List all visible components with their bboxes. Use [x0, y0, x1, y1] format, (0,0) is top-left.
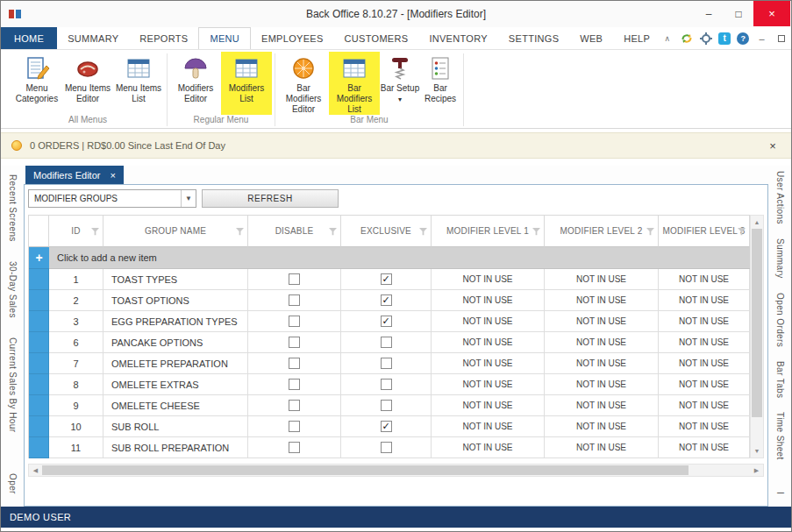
- cell-exclusive[interactable]: [341, 311, 432, 332]
- dock-tab-open-orders[interactable]: Open Orders: [775, 293, 785, 347]
- tab-web[interactable]: WEB: [569, 27, 613, 49]
- cell-modifier-level-2[interactable]: NOT IN USE: [545, 311, 659, 332]
- disable-checkbox[interactable]: [289, 400, 300, 411]
- cell-modifier-level-1[interactable]: NOT IN USE: [432, 353, 545, 374]
- cell-disable[interactable]: [248, 290, 341, 311]
- header-disable[interactable]: DISABLE: [248, 216, 341, 247]
- cell-disable[interactable]: [248, 353, 341, 374]
- mdi-restore-icon[interactable]: [774, 32, 788, 45]
- filter-funnel-icon[interactable]: [236, 228, 244, 236]
- maximize-icon[interactable]: □: [724, 1, 753, 26]
- row-selector[interactable]: [29, 269, 49, 290]
- collapse-ribbon-icon[interactable]: ∧: [660, 32, 674, 45]
- cell-modifier-level-3[interactable]: NOT IN USE: [659, 395, 750, 416]
- tab-reports[interactable]: REPORTS: [129, 27, 198, 49]
- cell-modifier-level-1[interactable]: NOT IN USE: [432, 374, 545, 395]
- filter-funnel-icon[interactable]: [646, 228, 654, 236]
- bar-modifiers-list-button[interactable]: Bar Modifiers List: [329, 52, 380, 115]
- modifiers-editor-button[interactable]: Modifiers Editor: [170, 52, 221, 115]
- menu-categories-button[interactable]: Menu Categories: [11, 52, 62, 115]
- exclusive-checkbox[interactable]: [381, 358, 392, 369]
- row-selector[interactable]: [29, 395, 49, 416]
- cell-exclusive[interactable]: [341, 290, 432, 311]
- vertical-scroll-thumb[interactable]: [752, 229, 762, 417]
- header-modifier-level-1[interactable]: MODIFIER LEVEL 1: [432, 216, 545, 247]
- add-row-plus-icon[interactable]: +: [29, 247, 49, 269]
- row-selector[interactable]: [29, 311, 49, 332]
- cell-modifier-level-1[interactable]: NOT IN USE: [432, 311, 545, 332]
- cell-modifier-level-2[interactable]: NOT IN USE: [545, 374, 659, 395]
- horizontal-scrollbar[interactable]: ◀ ▶: [28, 464, 764, 477]
- cell-group-name[interactable]: SUB ROLL: [103, 416, 248, 437]
- menu-items-editor-button[interactable]: Menu Items Editor: [62, 52, 113, 115]
- row-selector[interactable]: [29, 416, 49, 437]
- cell-modifier-level-1[interactable]: NOT IN USE: [432, 416, 545, 437]
- bar-setup-button[interactable]: Bar Setup ▾: [380, 52, 420, 115]
- cell-exclusive[interactable]: [341, 353, 432, 374]
- dock-tab-recent-screens[interactable]: Recent Screens: [8, 174, 18, 242]
- vertical-scrollbar[interactable]: ▲ ▼: [750, 215, 764, 458]
- cell-modifier-level-1[interactable]: NOT IN USE: [432, 395, 545, 416]
- cell-disable[interactable]: [248, 416, 341, 437]
- dock-tab-user-actions[interactable]: User Actions: [775, 171, 785, 224]
- tab-employees[interactable]: EMPLOYEES: [251, 27, 334, 49]
- dock-tab-time-sheet[interactable]: Time Sheet: [775, 412, 785, 460]
- refresh-button[interactable]: REFRESH: [202, 189, 339, 208]
- row-selector[interactable]: [29, 332, 49, 353]
- dock-tab-current-sales-by-hour[interactable]: Current Sales By Hour: [8, 337, 18, 432]
- cell-modifier-level-2[interactable]: NOT IN USE: [545, 332, 659, 353]
- tab-home[interactable]: HOME: [1, 27, 57, 49]
- disable-checkbox[interactable]: [289, 358, 300, 369]
- disable-checkbox[interactable]: [289, 421, 300, 432]
- scroll-up-icon[interactable]: ▲: [751, 216, 763, 229]
- cell-id[interactable]: 6: [49, 332, 103, 353]
- cell-modifier-level-3[interactable]: NOT IN USE: [659, 290, 750, 311]
- cell-modifier-level-3[interactable]: NOT IN USE: [659, 437, 750, 458]
- table-row[interactable]: 11SUB ROLL PREPARATIONNOT IN USENOT IN U…: [29, 437, 750, 458]
- cell-modifier-level-1[interactable]: NOT IN USE: [432, 290, 545, 311]
- tab-summary[interactable]: SUMMARY: [57, 27, 129, 49]
- exclusive-checkbox[interactable]: [381, 442, 392, 453]
- cell-modifier-level-2[interactable]: NOT IN USE: [545, 290, 659, 311]
- table-row[interactable]: 1TOAST TYPESNOT IN USENOT IN USENOT IN U…: [29, 269, 750, 290]
- row-selector[interactable]: [29, 374, 49, 395]
- dock-tab-summary[interactable]: Summary: [775, 238, 785, 279]
- disable-checkbox[interactable]: [289, 337, 300, 348]
- twitter-icon[interactable]: t: [718, 32, 731, 45]
- cell-group-name[interactable]: OMELETE CHEESE: [103, 395, 248, 416]
- dock-tab-oper[interactable]: Oper: [8, 473, 18, 494]
- exclusive-checkbox[interactable]: [381, 316, 392, 327]
- document-tab-modifiers-editor[interactable]: Modifiers Editor ×: [25, 166, 124, 184]
- exclusive-checkbox[interactable]: [381, 273, 392, 285]
- cell-modifier-level-2[interactable]: NOT IN USE: [545, 353, 659, 374]
- cell-disable[interactable]: [248, 311, 341, 332]
- cell-disable[interactable]: [248, 437, 341, 458]
- exclusive-checkbox[interactable]: [381, 421, 392, 432]
- cell-exclusive[interactable]: [341, 416, 432, 437]
- scroll-left-icon[interactable]: ◀: [29, 465, 42, 476]
- cell-group-name[interactable]: EGG PREPARATION TYPES: [103, 311, 248, 332]
- cell-group-name[interactable]: TOAST TYPES: [103, 269, 248, 290]
- cell-disable[interactable]: [248, 395, 341, 416]
- cell-disable[interactable]: [248, 374, 341, 395]
- header-exclusive[interactable]: EXCLUSIVE: [341, 216, 432, 247]
- menu-items-list-button[interactable]: Menu Items List: [113, 52, 164, 115]
- cell-exclusive[interactable]: [341, 374, 432, 395]
- cell-exclusive[interactable]: [341, 437, 432, 458]
- cell-id[interactable]: 8: [49, 374, 103, 395]
- cell-modifier-level-1[interactable]: NOT IN USE: [432, 269, 545, 290]
- exclusive-checkbox[interactable]: [381, 294, 392, 306]
- add-row-label[interactable]: Click to add a new item: [49, 247, 750, 269]
- tab-customers[interactable]: CUSTOMERS: [334, 27, 419, 49]
- add-new-item-row[interactable]: + Click to add a new item: [29, 247, 750, 269]
- table-row[interactable]: 8OMELETE EXTRASNOT IN USENOT IN USENOT I…: [29, 374, 750, 395]
- cell-modifier-level-2[interactable]: NOT IN USE: [545, 269, 659, 290]
- row-selector[interactable]: [29, 290, 49, 311]
- help-icon[interactable]: ?: [737, 32, 749, 45]
- cell-modifier-level-2[interactable]: NOT IN USE: [545, 437, 659, 458]
- dock-tab-bar-tabs[interactable]: Bar Tabs: [775, 361, 785, 398]
- table-row[interactable]: 2TOAST OPTIONSNOT IN USENOT IN USENOT IN…: [29, 290, 750, 311]
- table-row[interactable]: 6PANCAKE OPTIONSNOT IN USENOT IN USENOT …: [29, 332, 750, 353]
- bar-recipes-button[interactable]: Bar Recipes: [420, 52, 460, 115]
- filter-funnel-icon[interactable]: [419, 228, 427, 236]
